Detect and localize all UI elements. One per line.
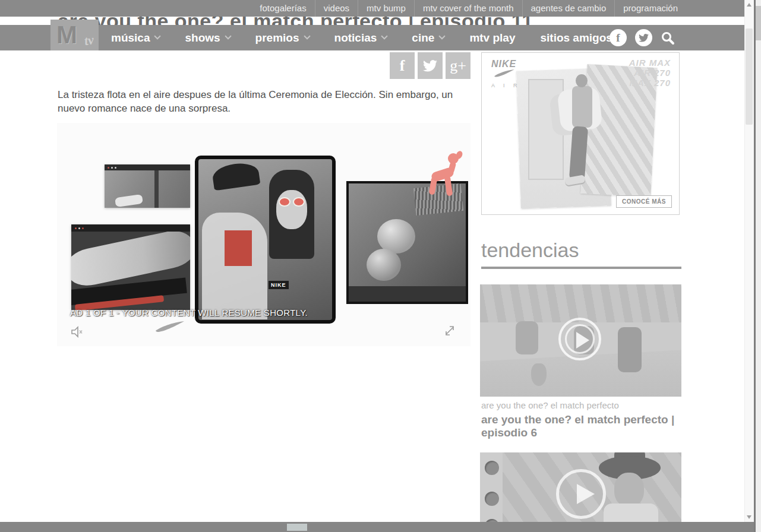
twitter-icon[interactable]: [635, 29, 652, 46]
chevron-down-icon: [439, 33, 446, 39]
chevron-down-icon: [154, 33, 161, 39]
nav-item-shows[interactable]: shows: [185, 31, 230, 45]
footer-marker: [287, 524, 307, 531]
airmax-270-logo: AIR MAX AIR 270 MAX 270: [629, 58, 671, 88]
chevron-down-icon: [225, 33, 231, 39]
main-nav-items: música shows premios noticias cine mtv p…: [111, 25, 612, 50]
collage-photo-shoe: [71, 224, 190, 310]
share-googleplus-button[interactable]: g+: [446, 52, 471, 79]
trending-item-thumbnail[interactable]: [480, 452, 681, 522]
nike-swoosh-icon: [154, 321, 185, 333]
trending-item-category[interactable]: are you the one? el match perfecto: [481, 400, 619, 410]
utility-item-agentes[interactable]: agentes de cambio: [522, 0, 615, 17]
nav-item-mtv-play[interactable]: mtv play: [469, 31, 515, 45]
article-intro: La tristeza flota en el aire despues de …: [58, 88, 471, 115]
mtv-logo[interactable]: M tv: [50, 20, 99, 50]
utility-item-mtv-bump[interactable]: mtv bump: [358, 0, 414, 17]
ad-photo-door: [528, 79, 564, 180]
utility-item-programacion[interactable]: programación: [614, 0, 686, 17]
utility-nav: fotogalerías videos mtv bump mtv cover o…: [0, 0, 744, 17]
collage-photo-street: [105, 164, 190, 208]
nike-shirt-label: NIKE: [269, 281, 289, 289]
sidebar-ad[interactable]: NIKE A I R AIR MAX AIR 270 MAX 270 CONOC…: [481, 52, 680, 215]
outer-scrollbar-thumb[interactable]: [756, 6, 761, 40]
nav-item-noticias[interactable]: noticias: [334, 31, 387, 45]
share-twitter-button[interactable]: [418, 52, 443, 79]
nav-item-cine[interactable]: cine: [412, 31, 444, 45]
fullscreen-icon[interactable]: [442, 323, 457, 338]
trending-divider: [481, 267, 681, 269]
share-buttons: f g+: [390, 52, 471, 79]
nike-swoosh-icon: [491, 69, 517, 78]
scrollbar-thumb[interactable]: [746, 28, 753, 125]
play-icon[interactable]: [558, 318, 601, 360]
nav-social: f: [610, 25, 675, 50]
trending-item-title[interactable]: are you the one? el match perfecto | epi…: [481, 413, 681, 439]
nav-item-premios[interactable]: premios: [255, 31, 310, 45]
up-arrow-icon[interactable]: [747, 3, 751, 7]
mute-icon[interactable]: [70, 325, 84, 339]
utility-item-mtv-cover[interactable]: mtv cover of the month: [414, 0, 522, 17]
nike-air-logo: NIKE A I R: [491, 59, 521, 88]
chevron-down-icon: [304, 33, 310, 39]
trending-item-thumbnail[interactable]: [480, 284, 681, 397]
search-icon[interactable]: [661, 31, 675, 45]
mtv-logo-m: M: [56, 21, 77, 49]
nav-item-musica[interactable]: música: [111, 31, 160, 45]
down-arrow-icon[interactable]: [747, 515, 751, 519]
mtv-logo-tv: tv: [83, 32, 95, 49]
ad-cta-button[interactable]: CONOCÉ MÁS: [616, 195, 672, 208]
video-player[interactable]: NIKE AD 1 OF 1 - YOUR CONTENT WILL RESUM…: [57, 123, 471, 346]
balloon-dog-graphic: [427, 153, 462, 201]
footer-bar: [0, 522, 754, 532]
outer-scrollbar-track[interactable]: [756, 0, 761, 532]
facebook-icon[interactable]: f: [610, 29, 627, 46]
play-icon[interactable]: [556, 469, 606, 519]
chevron-down-icon: [381, 33, 388, 39]
collage-photo-people: NIKE: [195, 156, 336, 324]
utility-item-videos[interactable]: videos: [315, 0, 358, 17]
share-facebook-button[interactable]: f: [390, 52, 415, 79]
twitter-icon: [423, 60, 437, 72]
ad-countdown-text: AD 1 OF 1 - YOUR CONTENT WILL RESUME SHO…: [70, 308, 308, 318]
trending-heading: tendencias: [481, 239, 579, 262]
utility-item-fotogalerias[interactable]: fotogalerías: [251, 0, 314, 17]
nav-item-sitios-amigos[interactable]: sitios amigos: [540, 31, 612, 45]
